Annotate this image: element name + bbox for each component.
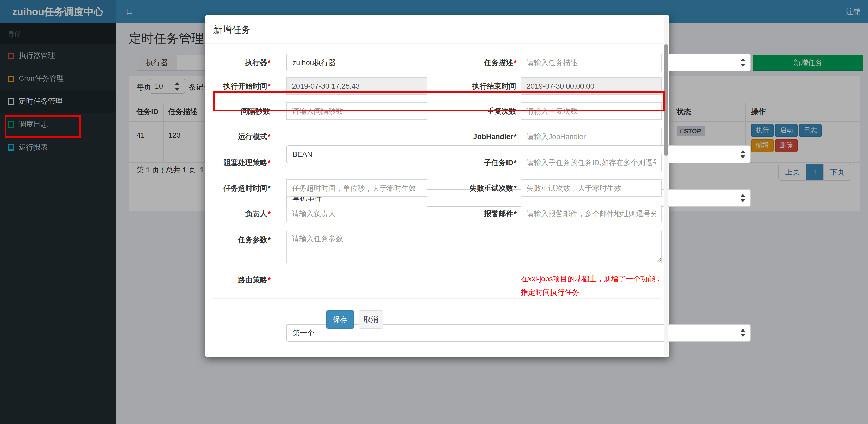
child-jobid-input[interactable]	[521, 154, 661, 171]
interval-seconds-label: 间隔秒数	[213, 102, 271, 120]
timeout-input[interactable]	[286, 179, 428, 197]
executor-select[interactable]: zuihou执行器	[286, 54, 751, 71]
retry-count-label: 失败重试次数*	[429, 179, 517, 197]
block-strategy-label: 阻塞处理策略*	[213, 154, 271, 171]
task-desc-input[interactable]	[521, 54, 661, 71]
job-param-label: 任务参数*	[213, 231, 271, 249]
job-param-textarea[interactable]	[286, 231, 661, 263]
modal-scrollbar-thumb[interactable]	[664, 44, 668, 156]
app-root: zuihou任务调度中心 口 注销 导航 执行器管理 Cron任务管理 定时任务…	[0, 0, 868, 424]
cancel-button[interactable]: 取消	[359, 311, 383, 329]
select-caret-icon	[740, 58, 745, 67]
timeout-label: 任务超时时间*	[213, 179, 271, 197]
route-strategy-select[interactable]: 第一个	[286, 324, 751, 342]
select-caret-icon	[740, 194, 745, 202]
task-desc-label: 任务描述*	[429, 54, 517, 71]
select-caret-icon	[740, 150, 745, 158]
exec-start-time-input[interactable]	[286, 77, 428, 95]
child-jobid-label: 子任务ID*	[429, 154, 517, 171]
owner-label: 负责人*	[213, 205, 271, 222]
run-mode-label: 运行模式*	[213, 128, 271, 145]
executor-label: 执行器*	[213, 54, 271, 71]
save-button[interactable]: 保存	[327, 311, 354, 329]
alarm-email-label: 报警邮件*	[429, 205, 517, 222]
modal-footer-divider	[213, 298, 661, 299]
retry-count-input[interactable]	[521, 179, 661, 197]
add-task-modal: 新增任务 执行器* zuihou执行器 任务描述* 执行开始时间* 执行结束时间…	[205, 15, 670, 357]
alarm-email-input[interactable]	[521, 205, 661, 222]
interval-seconds-input[interactable]	[286, 102, 428, 120]
repeat-count-label: 重复次数	[429, 102, 517, 120]
run-mode-select[interactable]: BEAN	[286, 145, 751, 163]
feature-note: 在xxl-jobs项目的基础上，新增了一个功能： 指定时间执行任务	[521, 272, 662, 299]
repeat-count-input[interactable]	[521, 102, 661, 120]
jobhandler-label: JobHandler*	[429, 128, 517, 145]
route-strategy-label: 路由策略*	[213, 271, 271, 289]
modal-title: 新增任务	[213, 24, 251, 36]
jobhandler-input[interactable]	[521, 128, 661, 145]
feature-note-line1: 在xxl-jobs项目的基础上，新增了一个功能：	[521, 272, 662, 286]
owner-input[interactable]	[286, 205, 428, 222]
select-caret-icon	[740, 329, 745, 337]
exec-start-time-label: 执行开始时间*	[213, 77, 271, 95]
exec-end-time-label: 执行结束时间	[429, 77, 517, 95]
exec-end-time-input[interactable]	[521, 77, 661, 95]
feature-note-line2: 指定时间执行任务	[521, 286, 662, 299]
modal-header-divider	[205, 43, 670, 44]
